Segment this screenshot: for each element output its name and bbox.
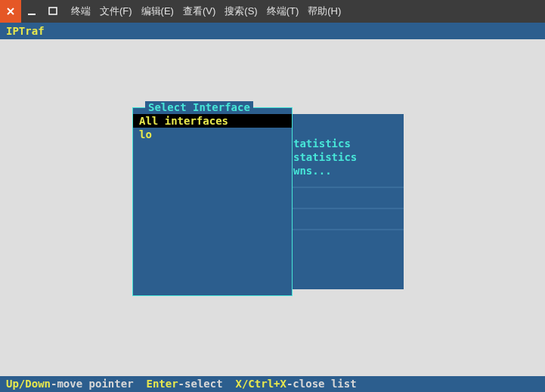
status-desc: -select (178, 378, 223, 390)
window-titlebar: 终端 文件(F) 编辑(E) 查看(V) 搜索(S) 终端(T) 帮助(H) (0, 0, 545, 23)
divider (290, 187, 404, 188)
terminal-body: tatistics statistics wns... Select Inter… (0, 39, 545, 376)
minimize-icon (26, 6, 37, 17)
menu-search[interactable]: 搜索(S) (225, 5, 257, 18)
status-key-close: X/Ctrl+X (235, 378, 286, 390)
status-bar: Up/Down-move pointer Enter-select X/Ctrl… (0, 376, 545, 392)
maximize-icon (48, 6, 58, 17)
close-icon (6, 7, 15, 16)
svg-rect-1 (49, 8, 57, 14)
status-key-enter: Enter (146, 378, 178, 390)
select-interface-panel: Select Interface All interfaces lo (132, 107, 293, 296)
interface-item-all[interactable]: All interfaces (133, 114, 292, 128)
menu-file[interactable]: 文件(F) (100, 5, 132, 18)
background-menu-text: tatistics statistics wns... (290, 137, 404, 177)
svg-rect-0 (28, 14, 36, 15)
interface-item-lo[interactable]: lo (133, 128, 292, 141)
menu-terminal2[interactable]: 终端(T) (267, 5, 299, 18)
minimize-window-button[interactable] (21, 0, 42, 23)
menu-help[interactable]: 帮助(H) (308, 5, 341, 18)
divider (290, 208, 404, 209)
app-title: IPTraf (0, 23, 545, 39)
maximize-window-button[interactable] (42, 0, 63, 23)
interface-list[interactable]: All interfaces lo (133, 114, 292, 141)
bg-line: wns... (293, 164, 404, 177)
menu-edit[interactable]: 编辑(E) (141, 5, 174, 18)
bg-line: statistics (293, 150, 404, 164)
divider (290, 229, 404, 230)
close-window-button[interactable] (0, 0, 21, 23)
status-key-updown: Up/Down (6, 378, 51, 390)
menu-view[interactable]: 查看(V) (183, 5, 215, 18)
app-menubar: 终端 文件(F) 编辑(E) 查看(V) 搜索(S) 终端(T) 帮助(H) (71, 0, 341, 23)
select-interface-title: Select Interface (145, 101, 253, 113)
status-desc: -move pointer (51, 378, 134, 390)
status-desc: -close list (286, 378, 357, 390)
background-menu-panel: tatistics statistics wns... (290, 114, 404, 289)
bg-line: tatistics (293, 137, 404, 150)
menu-terminal[interactable]: 终端 (71, 5, 91, 18)
